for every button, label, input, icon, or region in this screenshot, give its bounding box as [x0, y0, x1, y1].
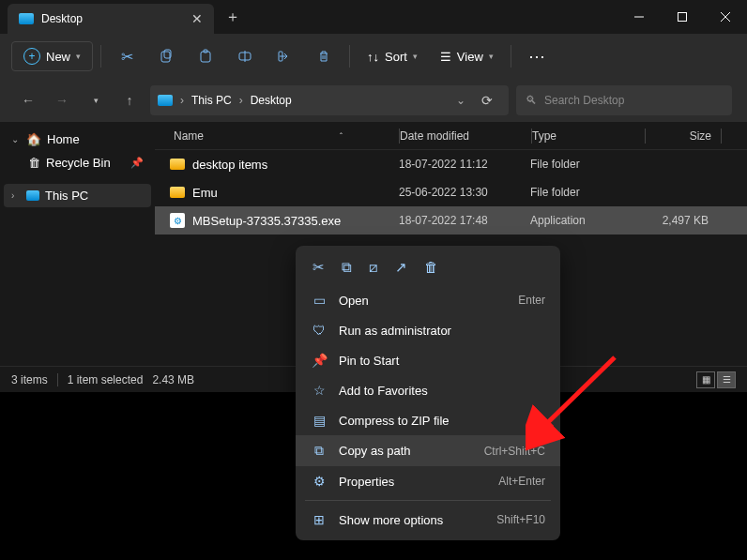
tab-title: Desktop	[41, 12, 83, 25]
file-row[interactable]: Emu 25-06-2022 13:30 File folder	[155, 178, 747, 206]
column-date[interactable]: Date modified	[400, 129, 531, 143]
chevron-down-icon[interactable]: ⌄	[456, 94, 465, 107]
share-icon[interactable]: ↗	[395, 259, 407, 276]
ctx-pin-start[interactable]: 📌 Pin to Start	[296, 345, 560, 375]
pin-icon: 📌	[311, 353, 328, 368]
cut-icon[interactable]: ✂	[109, 39, 145, 73]
new-button[interactable]: + New ▾	[11, 41, 93, 71]
window-controls	[617, 0, 747, 34]
sort-label: Sort	[385, 50, 407, 64]
copy-path-icon: ⧉	[311, 443, 328, 459]
address-bar: ← → ▾ ↑ › This PC › Desktop ⌄ ⟳ 🔍︎ Searc…	[0, 79, 747, 122]
sidebar-label: This PC	[45, 189, 88, 203]
new-label: New	[46, 50, 70, 64]
properties-icon: ⚙	[311, 474, 328, 489]
ctx-run-admin[interactable]: 🛡 Run as administrator	[296, 315, 560, 345]
more-button[interactable]: ⋯	[519, 40, 555, 72]
chevron-right-icon: ›	[239, 94, 243, 107]
breadcrumb-root[interactable]: This PC	[191, 94, 232, 107]
breadcrumb[interactable]: › This PC › Desktop ⌄ ⟳	[150, 85, 509, 115]
cut-icon[interactable]: ✂	[313, 259, 325, 276]
ctx-properties[interactable]: ⚙ Properties Alt+Enter	[296, 466, 560, 496]
sort-indicator-icon: ˆ	[340, 131, 343, 141]
chevron-right-icon: ›	[180, 94, 184, 107]
file-list: desktop items 18-07-2022 11:12 File fold…	[155, 150, 747, 235]
sidebar-item-home[interactable]: ⌄ 🏠 Home	[4, 128, 151, 151]
up-button[interactable]: ↑	[116, 87, 143, 114]
view-toggles: ▦ ☰	[696, 371, 736, 388]
copy-icon[interactable]: ⧉	[342, 259, 352, 276]
column-name[interactable]: Nameˆ	[155, 129, 399, 143]
rename-icon[interactable]: ⧄	[369, 259, 378, 276]
tab-desktop[interactable]: Desktop ✕	[8, 4, 214, 34]
view-label: View	[457, 50, 483, 64]
copy-icon[interactable]	[148, 39, 184, 73]
search-placeholder: Search Desktop	[544, 94, 624, 107]
toolbar: + New ▾ ✂ ↑↓ Sort ▾ ☰ View ▾ ⋯	[0, 34, 747, 79]
sort-icon: ↑↓	[367, 50, 379, 64]
pc-icon	[26, 190, 39, 201]
ctx-open[interactable]: ▭ Open Enter	[296, 285, 560, 315]
sidebar-label: Recycle Bin	[46, 156, 111, 170]
ctx-copy-as-path[interactable]: ⧉ Copy as path Ctrl+Shift+C	[296, 435, 560, 466]
view-icon: ☰	[440, 50, 451, 64]
rename-icon[interactable]	[227, 39, 263, 73]
delete-icon[interactable]: 🗑	[424, 259, 438, 276]
paste-icon[interactable]	[188, 39, 223, 73]
separator	[511, 45, 511, 68]
minimize-button[interactable]	[617, 0, 661, 34]
separator	[349, 45, 350, 68]
separator	[100, 45, 101, 68]
svg-rect-6	[201, 52, 210, 62]
plus-icon: +	[23, 48, 40, 65]
close-button[interactable]	[704, 0, 747, 34]
details-view-button[interactable]: ☰	[717, 371, 736, 388]
file-row[interactable]: desktop items 18-07-2022 11:12 File fold…	[155, 150, 747, 178]
share-icon[interactable]	[267, 39, 302, 73]
open-icon: ▭	[311, 293, 328, 308]
ctx-show-more[interactable]: ⊞ Show more options Shift+F10	[296, 505, 560, 535]
ctx-add-favorites[interactable]: ☆ Add to Favorites	[296, 375, 560, 405]
breadcrumb-current[interactable]: Desktop	[251, 94, 292, 107]
file-row[interactable]: ⚙MBSetup-37335.37335.exe 18-07-2022 17:4…	[155, 206, 747, 235]
status-size: 2.43 MB	[152, 373, 194, 386]
ctx-compress-zip[interactable]: ▤ Compress to ZIP file	[296, 405, 560, 435]
recent-button[interactable]: ▾	[83, 87, 109, 114]
status-items: 3 items	[11, 373, 48, 386]
view-button[interactable]: ☰ View ▾	[431, 44, 503, 69]
status-selected: 1 item selected	[68, 373, 144, 386]
sidebar-item-thispc[interactable]: › This PC	[4, 184, 151, 207]
column-type[interactable]: Type	[532, 129, 645, 143]
column-headers: Nameˆ Date modified Type Size	[155, 122, 747, 150]
new-tab-button[interactable]: ＋	[225, 8, 240, 27]
sort-button[interactable]: ↑↓ Sort ▾	[358, 44, 427, 69]
folder-icon	[170, 187, 185, 198]
search-icon: 🔍︎	[526, 94, 537, 107]
context-menu: ✂ ⧉ ⧄ ↗ 🗑 ▭ Open Enter 🛡 Run as administ…	[296, 246, 560, 540]
more-icon: ⊞	[311, 512, 328, 527]
zip-icon: ▤	[311, 413, 328, 428]
titlebar: Desktop ✕ ＋	[0, 0, 747, 34]
sidebar-item-recycle[interactable]: 🗑 Recycle Bin 📌	[4, 151, 151, 174]
context-quick-actions: ✂ ⧉ ⧄ ↗ 🗑	[296, 251, 560, 285]
chevron-down-icon: ▾	[413, 52, 418, 61]
chevron-right-icon: ›	[11, 190, 21, 201]
sidebar-label: Home	[47, 132, 80, 146]
close-tab-icon[interactable]: ✕	[191, 11, 203, 26]
recycle-bin-icon: 🗑	[28, 156, 40, 170]
forward-button[interactable]: →	[49, 87, 75, 114]
pin-icon: 📌	[130, 157, 144, 169]
home-icon: 🏠	[26, 132, 41, 146]
separator	[305, 500, 551, 501]
refresh-icon[interactable]: ⟳	[473, 93, 501, 108]
svg-rect-1	[678, 13, 687, 22]
back-button[interactable]: ←	[15, 87, 41, 114]
folder-icon	[170, 159, 185, 170]
thumbnails-view-button[interactable]: ▦	[696, 371, 715, 388]
maximize-button[interactable]	[661, 0, 704, 34]
chevron-down-icon: ▾	[76, 52, 81, 61]
delete-icon[interactable]	[306, 39, 342, 73]
search-input[interactable]: 🔍︎ Search Desktop	[516, 85, 732, 115]
column-size[interactable]: Size	[646, 129, 721, 143]
star-icon: ☆	[311, 383, 328, 398]
